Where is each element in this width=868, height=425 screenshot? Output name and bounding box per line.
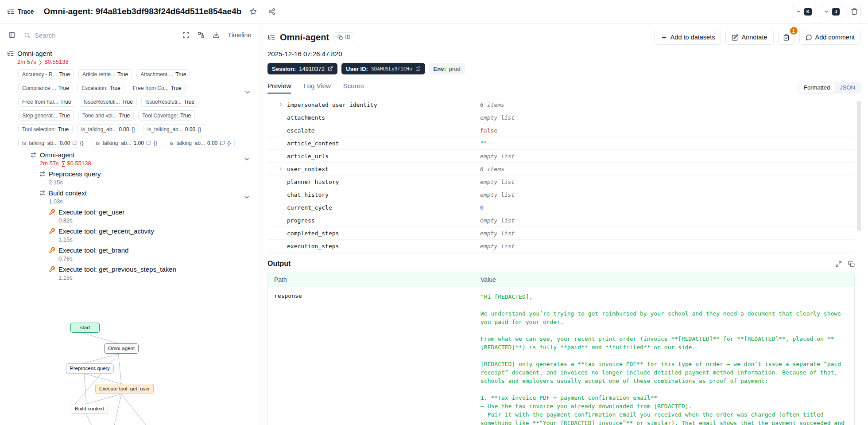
trace-breadcrumb[interactable]: Trace <box>7 8 34 16</box>
score-badge[interactable]: Tone and voi...True <box>78 110 134 121</box>
format-json-option[interactable]: JSON <box>835 82 860 93</box>
span-icon <box>39 171 46 177</box>
preview-row[interactable]: impersonated_user_identity6 items <box>267 98 855 111</box>
score-badge[interactable]: Free from hal...True <box>18 97 75 107</box>
wrench-icon <box>49 266 55 273</box>
tree-node[interactable]: Build context1.03s <box>7 189 253 205</box>
download-button[interactable] <box>209 28 223 42</box>
share-icon <box>268 8 275 15</box>
annotation-queue-button[interactable]: 1 <box>778 30 795 45</box>
favorite-button[interactable] <box>247 5 260 18</box>
chevron-right-icon[interactable] <box>278 102 287 107</box>
collapse-sidebar-button[interactable] <box>5 28 19 42</box>
timeline-toggle[interactable]: Timeline <box>225 30 255 40</box>
score-badge[interactable]: Tool selection:True <box>18 124 73 134</box>
copy-id-button[interactable]: ID <box>333 32 354 42</box>
score-badge[interactable]: Step generat...True <box>18 110 74 121</box>
output-row: response"Hi [REDACTED], We understand yo… <box>268 287 854 425</box>
shortcut-key-j: J <box>832 8 840 16</box>
score-badge[interactable]: is_talking_ab...0.00{} <box>77 124 139 134</box>
graph-node-start[interactable]: __start__ <box>70 323 100 333</box>
tree-node-name: Execute tool: get_user <box>58 208 124 216</box>
detail-scroll-area: impersonated_user_identity6 itemsattachm… <box>267 98 861 425</box>
graph-node-build-context[interactable]: Build context <box>71 404 108 414</box>
tab-log-view[interactable]: Log View <box>303 82 330 94</box>
scrollbar-thumb[interactable] <box>857 101 861 231</box>
score-badge[interactable]: Article retrie...True <box>78 69 132 79</box>
tree-node-name: Omni-agent <box>40 151 91 159</box>
tree-node[interactable]: Execute tool: get_previous_steps_taken1.… <box>7 265 253 281</box>
score-badge[interactable]: IssueResoluti...True <box>141 97 198 107</box>
preview-row[interactable]: user_context6 items <box>267 163 855 175</box>
preview-key: progress <box>287 217 480 224</box>
session-badge[interactable]: Session: 14910372 <box>267 63 337 74</box>
preview-value: empty list <box>480 153 515 160</box>
trace-title: Omni-agent: 9f4a81eb3df983f24d64d511e854… <box>44 7 242 16</box>
preview-value: 6 items <box>480 166 504 172</box>
graph-node-preprocess-query[interactable]: Preprocess query <box>66 363 114 374</box>
user-id-badge[interactable]: User ID: SDAHUSLy9f1CHo <box>341 63 425 74</box>
share-button[interactable] <box>265 5 279 18</box>
graph-node-execute-tool-get-user[interactable]: Execute tool: get_user <box>95 384 154 394</box>
preview-key: impersonated_user_identity <box>287 101 480 108</box>
graph-view-button[interactable] <box>194 28 208 42</box>
next-trace-button[interactable]: J <box>820 5 843 18</box>
search-input[interactable] <box>35 31 174 39</box>
score-badge[interactable]: Escalation:True <box>78 83 124 93</box>
chevron-down-icon[interactable] <box>244 89 251 96</box>
trace-label: Trace <box>18 8 34 15</box>
delete-trace-button[interactable] <box>848 5 861 18</box>
score-badges-zone: Accuracy - R...TrueArticle retrie...True… <box>7 68 253 151</box>
graph-node-omni-agent[interactable]: Omni-agent <box>104 343 139 354</box>
preview-value: false <box>480 127 497 134</box>
tree-node-name: Preprocess query <box>49 170 101 178</box>
score-badge[interactable]: is_talking_ab...0.00{} <box>166 138 235 148</box>
score-badge[interactable]: Attachment ...True <box>136 69 190 79</box>
score-badge[interactable]: is_talking_ab...0.00{} <box>18 138 87 148</box>
tree-node-root[interactable]: Omni-agent 2m 57s∑ $0.55138 <box>7 49 253 66</box>
tab-scores[interactable]: Scores <box>343 82 364 94</box>
tree-node-meta: 0.82s <box>58 217 124 224</box>
chevron-right-icon[interactable] <box>278 166 287 172</box>
expand-output-icon[interactable] <box>835 261 842 267</box>
trace-graph[interactable]: __start__ Omni-agent Preprocess query Ex… <box>0 282 260 425</box>
expand-all-button[interactable] <box>179 28 193 42</box>
tree-node[interactable]: Execute tool: get_user0.82s <box>7 208 253 224</box>
chevron-down-icon[interactable] <box>243 194 250 201</box>
tree-node[interactable]: Preprocess query2.15s <box>7 170 253 186</box>
copy-output-icon[interactable] <box>848 261 855 267</box>
tab-preview[interactable]: Preview <box>267 82 291 94</box>
add-comment-button[interactable]: Add comment <box>799 30 861 45</box>
score-badge[interactable]: is_talking_ab...0.00{} <box>143 124 205 134</box>
format-formatted-option[interactable]: Formatted <box>799 82 835 93</box>
score-badge[interactable]: Free from Co...True <box>129 83 186 93</box>
panel-left-icon <box>8 31 16 39</box>
annotate-button[interactable]: Annotate <box>725 30 773 45</box>
preview-value: empty list <box>480 114 515 121</box>
chevron-spacer <box>278 230 287 236</box>
chevron-spacer <box>278 205 287 210</box>
wrench-icon <box>49 228 55 234</box>
tree-node[interactable]: Omni-agent2m 57s∑ $0.55138 <box>7 151 253 167</box>
score-badge[interactable]: Accuracy - R...True <box>18 69 74 79</box>
preview-row: article_urlsempty list <box>267 150 855 163</box>
preview-value: empty list <box>480 191 515 198</box>
trace-tree-icon <box>7 8 15 16</box>
tree-node-meta: 1.15s <box>58 236 154 243</box>
scrollbar[interactable] <box>857 99 861 425</box>
tree-node[interactable]: Execute tool: get_recent_activity1.15s <box>7 227 253 243</box>
output-section-header: Output <box>267 260 855 268</box>
add-to-datasets-button[interactable]: Add to datasets <box>655 30 721 45</box>
chevron-spacer <box>278 140 287 146</box>
score-badge[interactable]: Tool Coverage:True <box>138 110 195 121</box>
clipboard-check-icon <box>783 34 790 41</box>
score-badge[interactable]: is_talking_ab...1.00{} <box>92 138 161 148</box>
chevron-down-icon[interactable] <box>243 156 250 163</box>
tree-node[interactable]: Execute tool: get_brand0.76s <box>7 246 253 262</box>
score-badge[interactable]: Compliance ...True <box>18 83 73 93</box>
preview-value: "" <box>480 140 487 147</box>
preview-value: empty list <box>480 179 515 185</box>
tree-node-meta: 1.03s <box>49 198 87 205</box>
prev-trace-button[interactable]: K <box>792 5 815 18</box>
score-badge[interactable]: IssueResoluti...True <box>80 97 137 107</box>
